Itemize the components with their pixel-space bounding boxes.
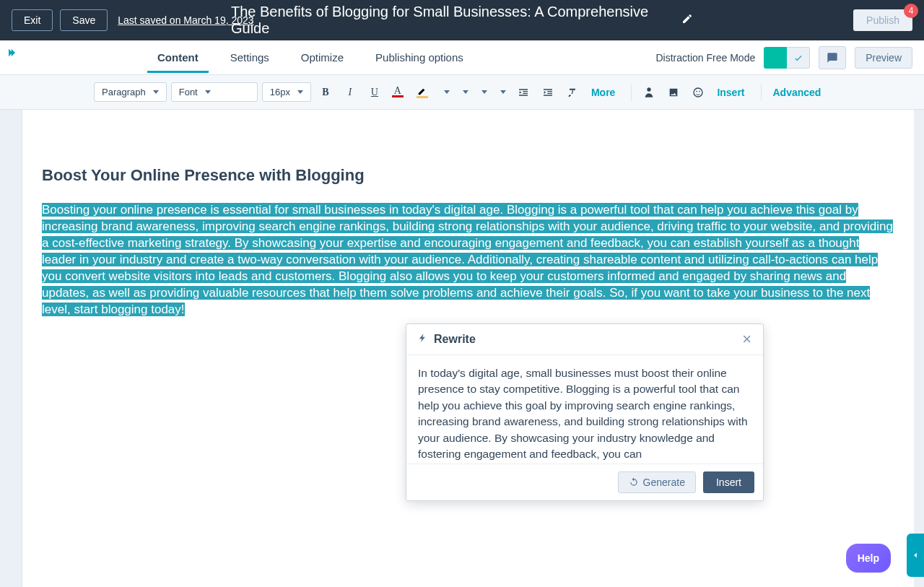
insert-button[interactable]: Insert	[712, 84, 753, 101]
svg-point-4	[697, 90, 698, 92]
insert-button[interactable]: Insert	[703, 471, 754, 493]
comments-button[interactable]	[819, 46, 846, 69]
exit-button[interactable]: Exit	[12, 9, 53, 31]
personalize-icon	[643, 87, 655, 98]
bold-button[interactable]: B	[315, 82, 336, 103]
personalize-button[interactable]	[639, 82, 659, 103]
underline-button[interactable]: U	[365, 82, 385, 103]
tab-content[interactable]: Content	[156, 43, 200, 72]
indent-icon	[542, 87, 554, 98]
pencil-icon[interactable]	[681, 13, 693, 27]
save-button[interactable]: Save	[60, 9, 108, 31]
outdent-icon	[518, 87, 529, 98]
font-select-label: Font	[179, 87, 198, 97]
outdent-button[interactable]	[513, 82, 533, 103]
more-button[interactable]: More	[587, 84, 624, 101]
align-button[interactable]	[438, 89, 453, 95]
numbered-list-button[interactable]	[476, 89, 490, 95]
toolbar-separator	[761, 84, 762, 101]
close-icon[interactable]: ×	[742, 334, 751, 345]
bolt-icon	[418, 333, 434, 346]
highlight-color-button[interactable]	[414, 84, 434, 100]
line-height-button[interactable]	[494, 89, 509, 95]
style-select-label: Paragraph	[102, 87, 146, 97]
advanced-button[interactable]: Advanced	[769, 84, 830, 101]
emoji-button[interactable]	[688, 82, 708, 103]
distraction-free-label: Distraction Free Mode	[655, 52, 755, 64]
svg-point-3	[694, 88, 702, 97]
size-select-label: 16px	[270, 87, 290, 97]
generate-button[interactable]: Generate	[618, 471, 696, 493]
rewrite-text: In today's digital age, small businesses…	[406, 355, 763, 464]
size-select[interactable]: 16px	[262, 82, 311, 102]
indent-button[interactable]	[538, 82, 558, 103]
toolbar-separator	[631, 84, 632, 101]
check-icon	[793, 53, 803, 63]
tab-optimize[interactable]: Optimize	[300, 43, 345, 72]
image-icon	[668, 87, 679, 98]
top-header: Exit Save Last saved on March 19, 2023 T…	[0, 0, 924, 40]
refresh-icon	[629, 477, 639, 487]
style-select[interactable]: Paragraph	[94, 82, 167, 102]
page-title: The Benefits of Blogging for Small Busin…	[231, 4, 673, 37]
emoji-icon	[692, 87, 704, 98]
secondary-bar: Content Settings Optimize Publishing opt…	[0, 40, 924, 75]
font-select[interactable]: Font	[171, 82, 258, 102]
tab-settings[interactable]: Settings	[229, 43, 271, 72]
rewrite-popover: Rewrite × In today's digital age, small …	[406, 323, 764, 501]
editor-tabs: Content Settings Optimize Publishing opt…	[156, 43, 465, 72]
help-button[interactable]: Help	[846, 544, 891, 573]
document-heading: Boost Your Online Presence with Blogging	[42, 166, 894, 185]
preview-button[interactable]: Preview	[855, 47, 912, 69]
italic-button[interactable]: I	[340, 82, 360, 103]
pencil-icon	[417, 86, 427, 96]
right-edge-toggle[interactable]	[907, 534, 924, 577]
expand-panel-icon[interactable]	[0, 40, 22, 75]
svg-point-5	[699, 90, 701, 92]
chat-icon	[827, 52, 838, 64]
image-button[interactable]	[663, 82, 684, 103]
bullet-list-button[interactable]	[457, 89, 471, 95]
distraction-free-toggle[interactable]	[764, 47, 810, 69]
rewrite-title: Rewrite	[434, 333, 476, 346]
chevron-left-icon	[910, 550, 920, 560]
publish-badge: 4	[904, 4, 918, 18]
text-color-button[interactable]: A	[389, 85, 409, 99]
clear-format-icon	[567, 87, 578, 98]
clear-format-button[interactable]	[562, 82, 583, 103]
formatting-toolbar: Paragraph Font 16px B I U A More Insert …	[0, 75, 924, 110]
tab-publishing-options[interactable]: Publishing options	[374, 43, 465, 72]
selected-text: Boosting your online presence is essenti…	[42, 203, 893, 316]
document-body: Boosting your online presence is essenti…	[42, 202, 894, 318]
